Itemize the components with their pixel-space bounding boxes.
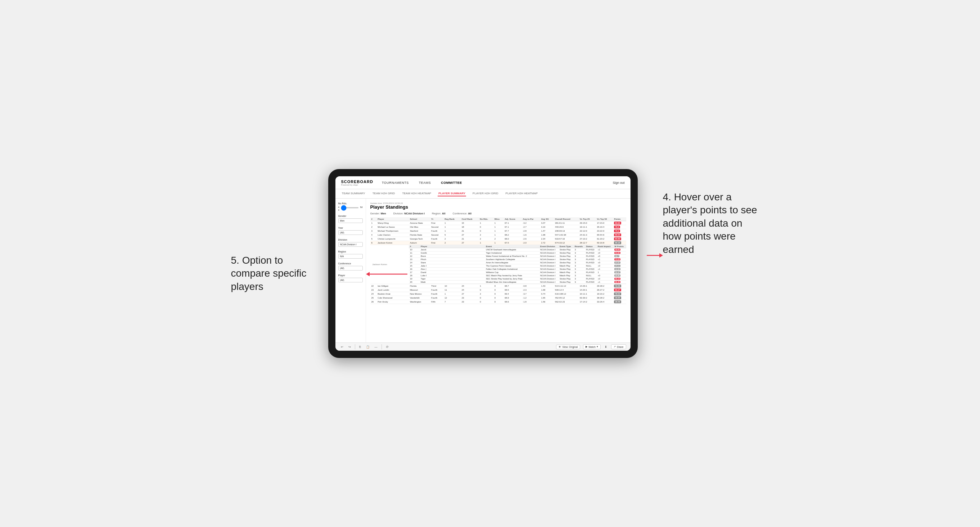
share-button[interactable]: ↗ Share: [611, 344, 626, 349]
event-cell-name: Fallen Oak Collegiate Invitational: [485, 268, 539, 271]
cell-record: 452-95-12: [554, 296, 579, 300]
event-cell-type: Stroke Play: [558, 248, 574, 251]
cell-school: Ole Miss: [409, 225, 430, 229]
cell-player: Ian Gilligan: [377, 284, 409, 288]
no-rds-slider[interactable]: [341, 207, 359, 208]
dash-button[interactable]: —: [374, 345, 379, 349]
cell-points[interactable]: 80.54: [613, 233, 626, 237]
nav-committee[interactable]: COMMITTEE: [439, 180, 463, 185]
event-cell-wpoints[interactable]: 73.23: [613, 258, 626, 261]
cell-vs50: 61-20-2: [596, 237, 613, 241]
cell-avg-par: -3.2: [522, 221, 540, 225]
col-vs50: Vs Top 50: [596, 217, 613, 221]
event-cell-division: NCAA Division I: [539, 261, 558, 264]
download-button[interactable]: ⬇: [603, 345, 608, 349]
cell-points[interactable]: 80.27: [613, 288, 626, 292]
col-no-rds: No Rds.: [479, 217, 493, 221]
sidebar-year-select[interactable]: (All): [338, 230, 363, 235]
event-cell-division: NCAA Division I: [539, 277, 558, 281]
event-cell-wpoints[interactable]: 53.60: [613, 251, 626, 255]
event-cell-division: NCAA Division I: [539, 251, 558, 255]
event-cell-division: NCAA Division I: [539, 248, 558, 251]
cell-yr: Fourth: [430, 229, 443, 233]
event-cell-wpoints[interactable]: 40.7: [613, 255, 626, 258]
event-row: 16 Alex ( Fallen Oak Collegiate Invitati…: [409, 268, 626, 271]
event-col-rounds: Rounds: [574, 245, 585, 248]
cell-points[interactable]: 76.3: [613, 225, 626, 229]
event-cell-num: 14: [409, 261, 420, 264]
sidebar-division-select[interactable]: NCAA Division I: [338, 242, 363, 247]
bottom-toolbar: ↩ ↪ ⎘ 📋 — ⏱ 👁 View: Original ▶ Watch ▾: [336, 343, 630, 351]
col-num: #: [370, 217, 377, 221]
event-cell-type: Stroke Play: [558, 258, 574, 261]
subnav-player-h2h-grid[interactable]: PLAYER H2H GRID: [472, 191, 499, 197]
sub-nav: TEAM SUMMARY TEAM H2H GRID TEAM H2H HEAT…: [336, 189, 630, 198]
sidebar-region-select[interactable]: N/A: [338, 254, 363, 259]
event-cell-status: PLAYED: [585, 248, 597, 251]
subnav-team-h2h-grid[interactable]: TEAM H2H GRID: [372, 191, 396, 197]
cell-num: 23: [370, 288, 377, 292]
event-cell-wpoints[interactable]: 30.47: [613, 271, 626, 274]
cell-reg-rank: 1: [443, 292, 460, 296]
cell-conf-rank: 27: [461, 241, 479, 245]
cell-conf-rank: 21: [461, 237, 479, 241]
subnav-player-summary[interactable]: PLAYER SUMMARY: [438, 191, 466, 197]
sidebar-conference-section: Conference (All): [338, 262, 363, 270]
event-cell-wpoints[interactable]: 40.64: [613, 248, 626, 251]
cell-reg-rank: 1: [443, 225, 460, 229]
copy-button[interactable]: ⎘: [358, 345, 362, 349]
table-row: 22 Ian Gilligan Florida Third 10 24 1 0 …: [370, 284, 626, 288]
subnav-player-h2h-heatmap[interactable]: PLAYER H2H HEATMAP: [505, 191, 539, 197]
event-cell-wpoints[interactable]: 56.18: [613, 277, 626, 281]
cell-points[interactable]: 60.64: [613, 221, 626, 225]
cell-wins: 1: [493, 225, 504, 229]
nav-teams[interactable]: TEAMS: [417, 180, 433, 185]
cell-avg-par: -1.2: [522, 296, 540, 300]
cell-points[interactable]: 40.58: [613, 284, 626, 288]
cell-avg-sg: 1.98: [540, 233, 554, 237]
event-cell-player: Breni: [420, 255, 485, 258]
cell-adj-score: 68.5: [503, 288, 522, 292]
view-button[interactable]: 👁 View: Original: [556, 344, 580, 349]
view-label: View: Original: [562, 346, 578, 348]
watch-button[interactable]: ▶ Watch ▾: [583, 344, 601, 349]
event-cell-wpoints[interactable]: 35.90: [613, 274, 626, 277]
sidebar-conference-select[interactable]: (All): [338, 266, 363, 270]
cell-points[interactable]: 38.49: [613, 300, 626, 304]
cell-vs50: 38-38-2: [596, 296, 613, 300]
cell-wins: 2: [493, 237, 504, 241]
filter-gender: Gender: Men: [370, 212, 386, 215]
cell-points[interactable]: 68.18: [613, 241, 626, 245]
cell-wins: 0: [493, 296, 504, 300]
event-cell-player: Gordb: [420, 251, 485, 255]
redo-button[interactable]: ↪: [347, 345, 352, 349]
undo-button[interactable]: ↩: [340, 345, 344, 349]
sidebar-player-select[interactable]: (All): [338, 278, 363, 283]
cell-wins: 1: [493, 233, 504, 237]
cell-avg-sg: 2.72: [540, 241, 554, 245]
cell-points[interactable]: 70.2: [613, 229, 626, 233]
nav-tournaments[interactable]: TOURNAMENTS: [380, 180, 410, 185]
event-cell-wpoints[interactable]: 66.40: [613, 281, 626, 284]
col-reg-rank: Reg Rank: [443, 217, 460, 221]
cell-record: 533-57-16: [554, 237, 579, 241]
event-cell-player: Jake I: [420, 264, 485, 268]
event-cell-wpoints[interactable]: 37.57: [613, 261, 626, 264]
cell-points[interactable]: 39.95: [613, 296, 626, 300]
paste-button[interactable]: 📋: [365, 345, 371, 349]
event-cell-num: 11: [409, 251, 420, 255]
cell-points[interactable]: 80.89: [613, 237, 626, 241]
cell-avg-par: -1.8: [522, 300, 540, 304]
cell-points[interactable]: 40.02: [613, 292, 626, 296]
subnav-team-summary[interactable]: TEAM SUMMARY: [341, 191, 366, 197]
subnav-team-h2h-heatmap[interactable]: TEAM H2H HEATMAP: [401, 191, 432, 197]
clock-button[interactable]: ⏱: [385, 345, 390, 349]
sidebar-gender-select[interactable]: Men: [338, 218, 363, 223]
event-cell-type: Stroke Play: [558, 255, 574, 258]
no-rds-max: 52: [360, 206, 363, 208]
event-cell-wpoints[interactable]: 16.50: [613, 268, 626, 271]
sign-out-button[interactable]: Sign out: [612, 181, 624, 184]
standings-table: # Player School Yr Reg Rank Conf Rank No…: [370, 217, 626, 304]
svg-marker-3: [366, 272, 370, 276]
event-cell-wpoints[interactable]: 24.11: [613, 264, 626, 268]
